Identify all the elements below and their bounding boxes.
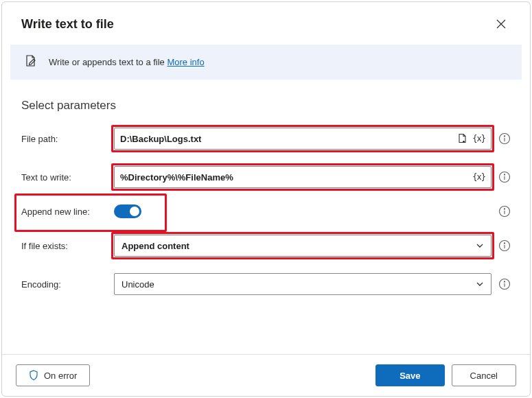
param-file-path: File path: D:\Backup\Logs.txt {x} [21,128,511,150]
close-button[interactable] [491,14,511,34]
dialog-footer: On error Save Cancel [2,354,530,396]
footer-right: Save Cancel [375,364,516,386]
svg-point-7 [504,243,505,244]
cancel-button[interactable]: Cancel [452,364,516,386]
toggle-knob [130,207,139,216]
chevron-down-icon [476,242,484,250]
more-info-link[interactable]: More info [167,57,204,67]
info-icon[interactable] [498,278,511,290]
banner-text-content: Write or appends text to a file [49,57,167,67]
file-path-label: File path: [21,134,114,144]
chevron-down-icon [476,280,484,288]
dialog-title: Write text to file [21,17,114,32]
dialog-header: Write text to file [2,2,530,45]
file-path-value: D:\Backup\Logs.txt [120,134,457,144]
section-title: Select parameters [21,99,511,113]
append-new-line-toggle[interactable] [114,204,141,218]
variable-icon[interactable]: {x} [472,134,485,143]
encoding-select[interactable]: Unicode [114,273,491,295]
param-append-new-line: Append new line: [21,204,511,218]
encoding-value: Unicode [122,279,154,290]
param-text-to-write: Text to write: %Directory%\%FileName% {x… [21,166,511,188]
on-error-label: On error [44,371,77,381]
info-icon[interactable] [498,132,511,145]
svg-point-3 [504,174,505,175]
info-icon[interactable] [498,171,511,183]
banner-text: Write or appends text to a file More inf… [49,57,205,67]
file-picker-icon[interactable] [457,133,468,144]
info-icon[interactable] [498,205,511,218]
encoding-label: Encoding: [21,279,114,290]
info-icon[interactable] [498,239,511,252]
cancel-label: Cancel [470,371,498,381]
info-banner: Write or appends text to a file More inf… [10,45,522,80]
if-file-exists-label: If file exists: [21,241,114,251]
if-file-exists-select[interactable]: Append content [114,235,491,257]
param-encoding: Encoding: Unicode [21,273,511,295]
text-to-write-value: %Directory%\%FileName% [120,172,472,183]
append-new-line-label: Append new line: [21,207,114,217]
svg-point-9 [504,281,505,282]
save-button[interactable]: Save [375,364,444,386]
content-area: Select parameters File path: D:\Backup\L… [2,80,530,354]
if-file-exists-value: Append content [122,241,189,251]
write-file-icon [24,54,38,70]
save-label: Save [400,371,420,381]
file-path-input[interactable]: D:\Backup\Logs.txt {x} [114,128,491,150]
svg-point-1 [504,136,505,137]
dialog: Write text to file Write or appends text… [1,1,531,397]
on-error-button[interactable]: On error [16,364,90,386]
text-to-write-label: Text to write: [21,172,114,183]
variable-icon[interactable]: {x} [472,172,485,182]
svg-point-5 [504,209,505,209]
param-if-file-exists: If file exists: Append content [21,235,511,257]
close-icon [496,19,506,29]
text-to-write-input[interactable]: %Directory%\%FileName% {x} [114,166,491,188]
shield-icon [29,370,38,381]
